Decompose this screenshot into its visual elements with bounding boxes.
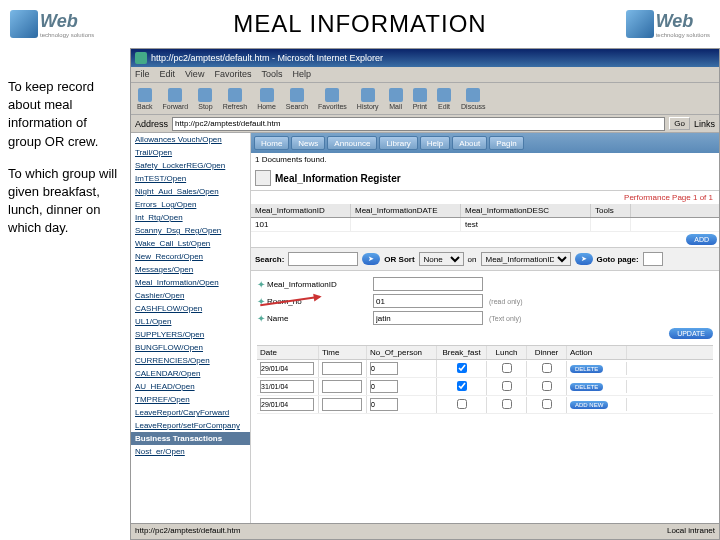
search-input[interactable] <box>288 252 358 266</box>
name-input[interactable] <box>373 311 483 325</box>
nav-library[interactable]: Library <box>379 136 417 150</box>
dinner-checkbox[interactable] <box>542 363 552 373</box>
th-action: Action <box>567 346 627 359</box>
sidebar-item[interactable]: Wake_Call_Lst/Open <box>131 237 250 250</box>
breakfast-checkbox[interactable] <box>457 381 467 391</box>
add-button[interactable]: ADD <box>686 234 717 245</box>
sidebar-item[interactable]: Night_Aud_Sales/Open <box>131 185 250 198</box>
toolbar-history[interactable]: History <box>355 88 381 110</box>
toolbar-mail[interactable]: Mail <box>387 88 405 110</box>
toolbar-favorites[interactable]: Favorites <box>316 88 349 110</box>
th-dinner: Dinner <box>527 346 567 359</box>
sidebar-item[interactable]: TMPREF/Open <box>131 393 250 406</box>
sidebar-item[interactable]: New_Record/Open <box>131 250 250 263</box>
sidebar-item[interactable]: CURRENCIES/Open <box>131 354 250 367</box>
sidebar-item[interactable]: BUNGFLOW/Open <box>131 341 250 354</box>
nav-announce[interactable]: Announce <box>327 136 377 150</box>
toolbar-back[interactable]: Back <box>135 88 155 110</box>
sidebar-item[interactable]: Cashier/Open <box>131 289 250 302</box>
toolbar-forward[interactable]: Forward <box>161 88 191 110</box>
toolbar-discuss[interactable]: Discuss <box>459 88 488 110</box>
sidebar-item[interactable]: Errors_Log/Open <box>131 198 250 211</box>
links-label: Links <box>694 119 715 129</box>
menu-file[interactable]: File <box>135 69 150 80</box>
sort-field-select[interactable]: Meal_InformationID <box>481 252 571 266</box>
status-right: Local intranet <box>667 526 715 537</box>
nav-news[interactable]: News <box>291 136 325 150</box>
grid-row[interactable]: 101 test <box>251 218 719 232</box>
sidebar-item[interactable]: ImTEST/Open <box>131 172 250 185</box>
sidebar-item[interactable]: CASHFLOW/Open <box>131 302 250 315</box>
sidebar-item[interactable]: SUPPLYERS/Open <box>131 328 250 341</box>
persons-input[interactable] <box>370 380 398 393</box>
nav-help[interactable]: Help <box>420 136 450 150</box>
toolbar-edit[interactable]: Edit <box>435 88 453 110</box>
row-action-button[interactable]: DELETE <box>570 365 603 373</box>
sidebar-item[interactable]: Scanny_Dsg_Reg/Open <box>131 224 250 237</box>
logo-text: Web <box>40 11 94 32</box>
persons-input[interactable] <box>370 362 398 375</box>
sort-go-icon[interactable]: ➤ <box>575 253 593 265</box>
row-action-button[interactable]: ADD NEW <box>570 401 608 409</box>
dinner-checkbox[interactable] <box>542 399 552 409</box>
sidebar-item[interactable]: UL1/Open <box>131 315 250 328</box>
nav-about[interactable]: About <box>452 136 487 150</box>
menu-view[interactable]: View <box>185 69 204 80</box>
toolbar-stop[interactable]: Stop <box>196 88 214 110</box>
logo-icon <box>10 10 38 38</box>
toolbar-refresh[interactable]: Refresh <box>221 88 250 110</box>
field-hint: (read only) <box>489 298 522 305</box>
row-action-button[interactable]: DELETE <box>570 383 603 391</box>
menu-help[interactable]: Help <box>292 69 311 80</box>
th-breakfast: Break_fast <box>437 346 487 359</box>
search-bar: Search: ➤ OR Sort None on Meal_Informati… <box>251 247 719 271</box>
docs-found: 1 Documents found. <box>251 153 719 166</box>
meal-table: Date Time No_Of_person Break_fast Lunch … <box>257 345 713 414</box>
search-go-icon[interactable]: ➤ <box>362 253 380 265</box>
sidebar-item[interactable]: Nost_er/Open <box>131 445 250 458</box>
toolbar-print[interactable]: Print <box>411 88 429 110</box>
date-input[interactable] <box>260 380 314 393</box>
nav-pagin[interactable]: Pagin <box>489 136 523 150</box>
sidebar-item[interactable]: CALENDAR/Open <box>131 367 250 380</box>
lunch-checkbox[interactable] <box>502 363 512 373</box>
sidebar-item[interactable]: Int_Rtg/Open <box>131 211 250 224</box>
menu-tools[interactable]: Tools <box>261 69 282 80</box>
lunch-checkbox[interactable] <box>502 381 512 391</box>
sidebar-item[interactable]: Safety_LockerREG/Open <box>131 159 250 172</box>
dinner-checkbox[interactable] <box>542 381 552 391</box>
persons-input[interactable] <box>370 398 398 411</box>
star-icon: ✦ <box>257 313 265 324</box>
room-no-input[interactable] <box>373 294 483 308</box>
sidebar-item[interactable]: Trail/Open <box>131 146 250 159</box>
goto-page-input[interactable] <box>643 252 663 266</box>
update-button[interactable]: UPDATE <box>669 328 713 339</box>
time-input[interactable] <box>322 398 362 411</box>
sidebar-item[interactable]: AU_HEAD/Open <box>131 380 250 393</box>
nav-home[interactable]: Home <box>254 136 289 150</box>
ie-icon <box>135 52 147 64</box>
date-input[interactable] <box>260 398 314 411</box>
field-label: Name <box>267 314 288 323</box>
sidebar-item[interactable]: LeaveReport/setForCompany <box>131 419 250 432</box>
sidebar-item[interactable]: Meal_Information/Open <box>131 276 250 289</box>
cell-desc: test <box>461 218 591 231</box>
sidebar-item[interactable]: LeaveReport/CaryForward <box>131 406 250 419</box>
sidebar-item[interactable]: Messages/Open <box>131 263 250 276</box>
time-input[interactable] <box>322 362 362 375</box>
time-input[interactable] <box>322 380 362 393</box>
menu-favorites[interactable]: Favorites <box>214 69 251 80</box>
breakfast-checkbox[interactable] <box>457 363 467 373</box>
sort-select[interactable]: None <box>419 252 464 266</box>
meal-id-input[interactable] <box>373 277 483 291</box>
sidebar-item[interactable]: Allowances Vouch/Open <box>131 133 250 146</box>
lunch-checkbox[interactable] <box>502 399 512 409</box>
breakfast-checkbox[interactable] <box>457 399 467 409</box>
date-input[interactable] <box>260 362 314 375</box>
go-button[interactable]: Go <box>669 117 690 130</box>
address-input[interactable] <box>172 117 665 131</box>
goto-label: Goto page: <box>597 255 639 264</box>
menu-edit[interactable]: Edit <box>160 69 176 80</box>
toolbar-search[interactable]: Search <box>284 88 310 110</box>
toolbar-home[interactable]: Home <box>255 88 278 110</box>
